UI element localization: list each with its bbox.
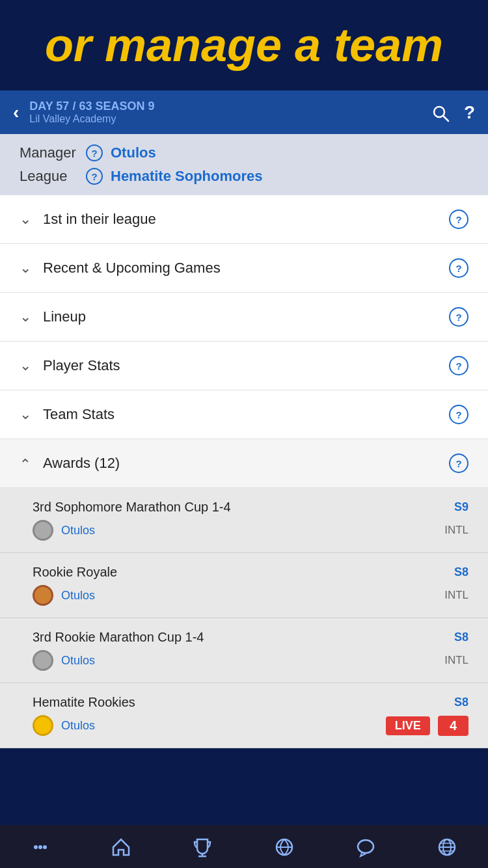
chevron-icon: ⌄ [20,357,31,374]
chevron-icon: ⌄ [20,260,31,277]
accordion-label: Player Stats [43,357,120,374]
award-manager[interactable]: Otulos [61,654,95,668]
ball-icon [274,837,295,858]
live-count-badge: 4 [438,716,468,736]
award-name: 3rd Sophomore Marathon Cup 1-4 [33,500,231,515]
award-season: S8 [454,565,468,579]
award-item: Hematite Rookies S8 Otulos LIVE 4 [0,683,488,748]
league-value[interactable]: Hematite Sophomores [111,168,263,185]
award-name: 3rd Rookie Marathon Cup 1-4 [33,630,204,645]
accordion-help-icon[interactable]: ? [449,210,468,229]
info-section: Manager ? Otulos League ? Hematite Sopho… [0,134,488,195]
home-icon [111,837,131,858]
globe-icon [437,837,457,858]
nav-item-ball[interactable] [274,837,295,858]
award-name: Hematite Rookies [33,695,135,710]
accordion-help-icon[interactable]: ? [449,405,468,424]
svg-line-1 [443,116,448,121]
manager-label: Manager [20,144,78,161]
manager-help-icon[interactable]: ? [86,144,103,161]
accordion-item-lineup[interactable]: ⌄ Lineup ? [0,293,488,342]
accordion-label: 1st in their league [43,211,156,228]
award-name: Rookie Royale [33,565,117,580]
accordion-help-icon[interactable]: ? [449,356,468,375]
manager-value[interactable]: Otulos [111,144,156,161]
chevron-icon: ⌄ [20,211,31,228]
svg-point-8 [358,840,373,853]
chevron-icon: ⌄ [20,308,31,325]
accordion-item-awards[interactable]: ⌄ Awards (12) ? [0,439,488,488]
chevron-up-icon: ⌄ [20,455,31,472]
live-badge: LIVE [386,716,430,735]
nav-team-name: Lil Valley Academy [29,113,421,125]
help-icon[interactable]: ? [464,102,475,123]
accordion-label: Lineup [43,308,86,325]
medal-silver-icon [33,520,53,541]
award-manager[interactable]: Otulos [61,589,95,603]
bottom-nav [0,825,488,868]
nav-item-menu[interactable] [31,837,50,857]
nav-item-chat[interactable] [355,837,376,858]
accordion-label: Awards (12) [43,455,120,472]
award-item: 3rd Sophomore Marathon Cup 1-4 S9 Otulos… [0,488,488,553]
manager-row: Manager ? Otulos [20,144,468,161]
award-manager[interactable]: Otulos [61,719,95,733]
svg-point-4 [43,845,47,849]
top-banner: or manage a team [0,0,488,90]
accordion-label: Recent & Upcoming Games [43,260,221,277]
chevron-icon: ⌄ [20,406,31,423]
accordion-help-icon[interactable]: ? [449,307,468,327]
award-manager[interactable]: Otulos [61,524,95,537]
award-type: INTL [444,524,468,537]
banner-text: or manage a team [13,20,475,71]
medal-silver-icon [33,650,53,671]
trophy-icon [192,837,213,858]
menu-icon [31,837,50,857]
league-help-icon[interactable]: ? [86,168,103,185]
awards-content: 3rd Sophomore Marathon Cup 1-4 S9 Otulos… [0,488,488,748]
award-item: 3rd Rookie Marathon Cup 1-4 S8 Otulos IN… [0,618,488,683]
award-item: Rookie Royale S8 Otulos INTL [0,553,488,618]
league-row: League ? Hematite Sophomores [20,168,468,185]
accordion-help-icon[interactable]: ? [449,454,468,473]
svg-point-3 [38,845,42,849]
nav-info: DAY 57 / 63 SEASON 9 Lil Valley Academy [29,100,421,125]
award-type: INTL [444,589,468,602]
accordion-item-team-stats[interactable]: ⌄ Team Stats ? [0,390,488,439]
nav-icons: ? [431,102,475,123]
nav-item-trophy[interactable] [192,837,213,858]
accordion-item-league-position[interactable]: ⌄ 1st in their league ? [0,195,488,244]
award-season: S8 [454,631,468,644]
nav-day: DAY 57 / 63 SEASON 9 [29,100,421,113]
accordion-label: Team Stats [43,406,115,423]
back-button[interactable]: ‹ [13,102,19,123]
award-type: INTL [444,654,468,667]
chat-icon [355,837,376,858]
medal-bronze-icon [33,585,53,606]
search-icon[interactable] [431,102,450,122]
accordion-item-recent-games[interactable]: ⌄ Recent & Upcoming Games ? [0,244,488,293]
nav-item-home[interactable] [111,837,131,858]
svg-point-2 [34,845,38,849]
league-label: League [20,168,78,185]
nav-item-globe[interactable] [437,837,457,858]
medal-gold-icon [33,715,53,736]
award-season: S8 [454,696,468,709]
nav-bar: ‹ DAY 57 / 63 SEASON 9 Lil Valley Academ… [0,90,488,134]
award-season: S9 [454,500,468,514]
accordion-help-icon[interactable]: ? [449,258,468,278]
accordion-item-player-stats[interactable]: ⌄ Player Stats ? [0,342,488,390]
accordion-container: ⌄ 1st in their league ? ⌄ Recent & Upcom… [0,195,488,488]
